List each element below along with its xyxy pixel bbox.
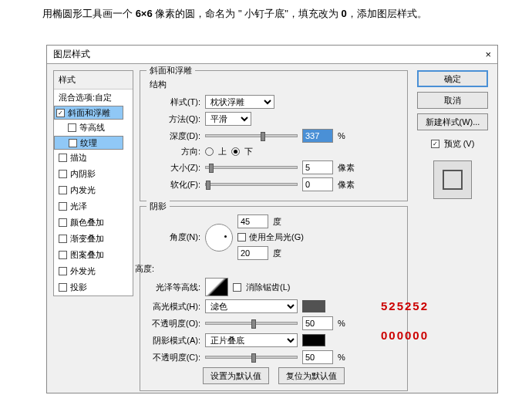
style-checkbox[interactable] (59, 218, 67, 227)
shadow-color-swatch[interactable] (302, 334, 325, 346)
style-label: 渐变叠加 (70, 233, 104, 245)
style-label: 纹理 (80, 137, 97, 149)
style-row-0[interactable]: ✓斜面和浮雕 (54, 106, 123, 120)
size-slider[interactable] (205, 166, 298, 169)
style-label: 样式(T): (148, 96, 200, 108)
depth-label: 深度(D): (148, 130, 200, 142)
highlight-opacity-label: 不透明度(O): (148, 318, 200, 329)
style-label: 描边 (70, 152, 87, 164)
size-field[interactable] (302, 160, 333, 174)
style-checkbox[interactable] (59, 251, 67, 259)
soften-label: 软化(F): (148, 179, 200, 191)
style-row-2[interactable]: 纹理 (54, 136, 123, 150)
shadow-mode-select[interactable]: 正片叠底 (205, 333, 298, 347)
style-label: 内阴影 (70, 168, 96, 180)
style-label: 等高线 (79, 122, 105, 133)
instruction-text: 用椭圆形工具画一个 6×6 像素的圆，命名为 " 小钉子底"，填充改为 0，添加… (0, 0, 532, 25)
annotation-shadow-hex: 000000 (381, 329, 429, 342)
technique-select[interactable]: 平滑 (205, 112, 251, 126)
antialias-checkbox[interactable] (233, 283, 241, 292)
style-checkbox[interactable] (59, 202, 67, 211)
technique-label: 方法(Q): (148, 113, 200, 125)
style-row-3[interactable]: 描边 (54, 150, 133, 166)
reset-default-button[interactable]: 复位为默认值 (278, 367, 345, 384)
direction-label: 方向: (148, 146, 200, 157)
soften-slider[interactable] (205, 183, 298, 186)
style-label: 外发光 (70, 265, 96, 277)
style-checkbox[interactable]: ✓ (56, 109, 65, 117)
size-label: 大小(Z): (148, 162, 200, 174)
style-row-1[interactable]: 等高线 (54, 120, 133, 136)
highlight-mode-label: 高光模式(H): (148, 301, 200, 312)
style-row-7[interactable]: 颜色叠加 (54, 214, 133, 231)
angle-field[interactable] (237, 214, 268, 228)
style-label: 投影 (70, 282, 87, 293)
style-select[interactable]: 枕状浮雕 (205, 95, 274, 109)
structure-subtitle: 结构 (150, 79, 399, 90)
style-checkbox[interactable] (59, 283, 67, 292)
style-label: 光泽 (70, 201, 87, 212)
highlight-opacity-slider[interactable] (205, 322, 298, 325)
shadow-opacity-label: 不透明度(C): (148, 352, 200, 363)
bevel-panel: 斜面和浮雕 结构 样式(T): 枕状浮雕 方法(Q): 平滑 深度(D): % (140, 70, 408, 387)
style-row-9[interactable]: 图案叠加 (54, 247, 133, 263)
gloss-contour[interactable] (205, 278, 228, 296)
angle-label: 角度(N): (148, 231, 200, 243)
highlight-mode-select[interactable]: 滤色 (205, 299, 298, 313)
style-row-6[interactable]: 光泽 (54, 198, 133, 214)
altitude-field[interactable] (237, 246, 268, 260)
close-icon[interactable]: × (485, 49, 491, 60)
style-checkbox[interactable] (59, 235, 67, 243)
styles-sidebar: 样式 混合选项:自定 ✓斜面和浮雕等高线纹理描边内阴影内发光光泽颜色叠加渐变叠加… (53, 70, 133, 387)
preview-box (433, 160, 472, 199)
new-style-button[interactable]: 新建样式(W)... (417, 113, 488, 130)
shadow-mode-label: 阴影模式(A): (148, 335, 200, 346)
blend-options-row[interactable]: 混合选项:自定 (54, 89, 133, 106)
global-light-checkbox[interactable] (237, 233, 246, 241)
gloss-label: 光泽等高线: (148, 282, 200, 293)
style-checkbox[interactable] (69, 139, 77, 147)
style-row-11[interactable]: 投影 (54, 279, 133, 295)
style-checkbox[interactable] (68, 123, 76, 132)
style-row-8[interactable]: 渐变叠加 (54, 231, 133, 247)
shadow-opacity-slider[interactable] (205, 356, 298, 359)
make-default-button[interactable]: 设置为默认值 (203, 367, 269, 384)
titlebar[interactable]: 图层样式 × (47, 46, 497, 64)
style-checkbox[interactable] (59, 170, 67, 178)
annotation-highlight-hex: 525252 (381, 299, 429, 312)
style-checkbox[interactable] (59, 186, 67, 194)
style-label: 颜色叠加 (70, 217, 104, 228)
highlight-color-swatch[interactable] (302, 300, 325, 312)
style-label: 图案叠加 (70, 249, 104, 261)
direction-down-radio[interactable] (231, 147, 240, 156)
styles-header: 样式 (54, 71, 133, 89)
cancel-button[interactable]: 取消 (417, 92, 488, 109)
style-checkbox[interactable] (59, 154, 67, 162)
dialog-title: 图层样式 (53, 48, 90, 61)
angle-wheel[interactable] (205, 224, 233, 252)
depth-field[interactable] (302, 129, 333, 143)
depth-slider[interactable] (205, 134, 298, 137)
style-row-4[interactable]: 内阴影 (54, 166, 133, 182)
shading-subtitle: 阴影 (146, 201, 170, 212)
style-checkbox[interactable] (59, 267, 67, 275)
style-label: 斜面和浮雕 (68, 107, 110, 119)
preview-checkbox[interactable]: ✓ (431, 140, 439, 148)
altitude-label: 高度: (117, 263, 154, 275)
shadow-opacity-field[interactable] (302, 350, 333, 364)
soften-field[interactable] (302, 177, 333, 191)
style-label: 内发光 (70, 184, 96, 196)
highlight-opacity-field[interactable] (302, 316, 333, 330)
bevel-group-title: 斜面和浮雕 (146, 65, 195, 76)
direction-up-radio[interactable] (205, 147, 214, 156)
ok-button[interactable]: 确定 (417, 70, 488, 87)
layer-style-dialog: 图层样式 × 样式 混合选项:自定 ✓斜面和浮雕等高线纹理描边内阴影内发光光泽颜… (46, 45, 498, 393)
style-row-5[interactable]: 内发光 (54, 182, 133, 198)
